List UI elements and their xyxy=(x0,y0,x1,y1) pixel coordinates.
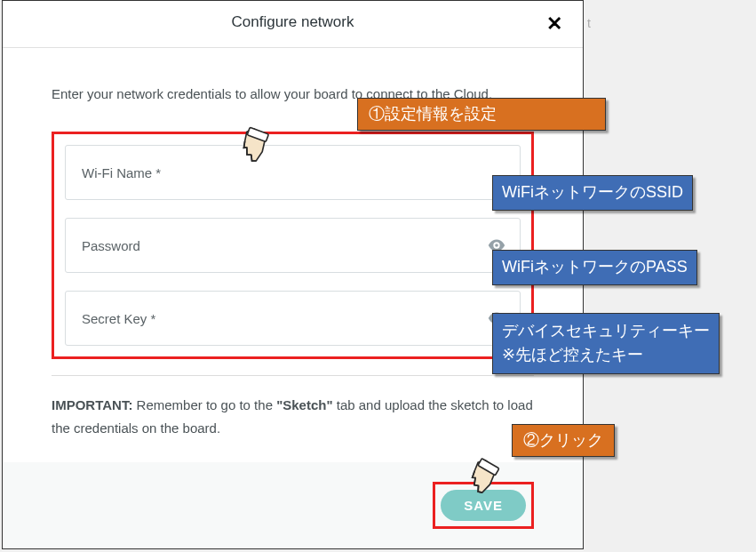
pointing-hand-icon xyxy=(233,122,275,164)
annotation-pass: WiFiネットワークのPASS xyxy=(492,250,697,285)
wifi-name-field-wrap xyxy=(65,145,521,200)
secret-key-field-wrap xyxy=(65,291,521,346)
important-note: IMPORTANT: Remember to go to the "Sketch… xyxy=(52,394,534,439)
background-obscured: t xyxy=(587,16,591,30)
annotation-ssid: WiFiネットワークのSSID xyxy=(492,175,693,211)
important-label: IMPORTANT: xyxy=(52,397,132,412)
divider xyxy=(52,375,534,376)
modal-title: Configure network xyxy=(232,13,354,31)
annotation-secret: デバイスセキュリティーキー ※先ほど控えたキー xyxy=(492,313,720,374)
secret-key-input[interactable] xyxy=(65,291,521,346)
close-icon: ✕ xyxy=(546,12,562,35)
form-highlight-box xyxy=(52,132,534,359)
pointing-hand-icon xyxy=(462,453,505,496)
annotation-step1: ①設定情報を設定 xyxy=(357,98,606,131)
password-input[interactable] xyxy=(65,218,521,273)
password-field-wrap xyxy=(65,218,521,273)
sketch-tab-ref: "Sketch" xyxy=(276,397,332,412)
annotation-step2: ②クリック xyxy=(512,424,615,457)
close-button[interactable]: ✕ xyxy=(544,13,565,35)
modal-header: Configure network ✕ xyxy=(3,1,583,48)
wifi-name-input[interactable] xyxy=(65,145,521,200)
